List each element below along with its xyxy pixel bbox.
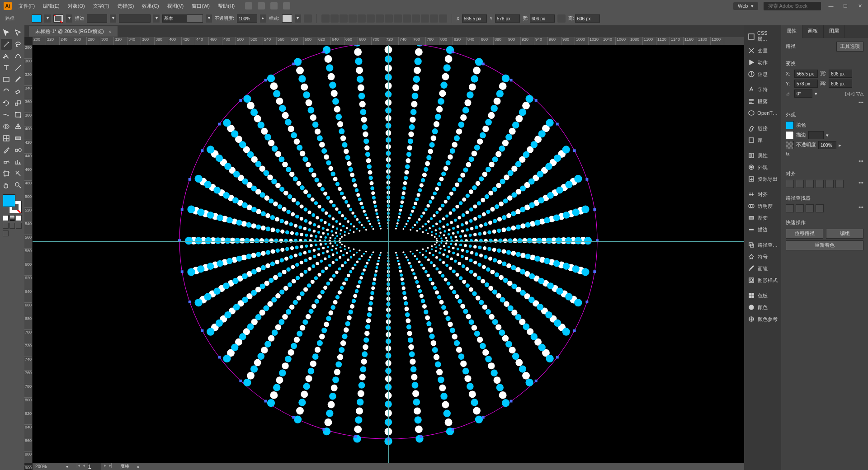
panel-stroke[interactable]: 描边 <box>744 224 781 235</box>
link-wh-icon[interactable] <box>557 14 566 23</box>
recolor-button[interactable]: 重新着色 <box>786 240 863 250</box>
slice-tool[interactable] <box>13 168 24 179</box>
panel-color[interactable]: 颜色 <box>744 301 781 313</box>
dist-h2-icon[interactable] <box>394 14 402 23</box>
stock-icon[interactable] <box>258 2 265 9</box>
fx-button[interactable]: fx. <box>786 151 791 156</box>
bridge-icon[interactable] <box>245 2 252 9</box>
hand-tool[interactable] <box>1 180 12 191</box>
props-angle[interactable] <box>794 89 812 98</box>
paintbrush-tool[interactable] <box>13 74 24 85</box>
props-y[interactable] <box>794 80 818 88</box>
menu-type[interactable]: 文字(T) <box>91 2 112 10</box>
blend-tool[interactable] <box>13 145 24 155</box>
pf-exclude-icon[interactable] <box>816 204 824 212</box>
w-input[interactable] <box>530 14 555 23</box>
shape-mode-icon[interactable] <box>439 14 447 23</box>
close-button[interactable]: ✕ <box>855 3 864 9</box>
flip-v-icon[interactable]: ▽△ <box>856 91 863 96</box>
fill-stroke-control[interactable] <box>3 194 22 213</box>
menu-object[interactable]: 对象(O) <box>66 2 87 10</box>
screen-mode-icon[interactable] <box>3 230 9 236</box>
artboard-tool[interactable] <box>1 168 12 179</box>
graphic-style[interactable] <box>282 14 292 23</box>
tool-options-button[interactable]: 工具选项 <box>836 42 863 52</box>
panel-transparency[interactable]: 透明度 <box>744 200 781 212</box>
fill-color-swatch[interactable] <box>786 121 794 129</box>
draw-inside-icon[interactable] <box>16 223 22 229</box>
props-x[interactable] <box>794 70 818 78</box>
h-input[interactable] <box>575 14 600 23</box>
draw-normal-icon[interactable] <box>3 223 9 229</box>
align-right-icon[interactable] <box>340 14 348 23</box>
panel-libraries[interactable]: 库 <box>744 134 781 146</box>
gpu-icon[interactable] <box>283 2 290 9</box>
al-l-icon[interactable] <box>786 180 794 188</box>
tab-artboards[interactable]: 画板 <box>802 25 824 38</box>
scale-tool[interactable] <box>13 98 24 108</box>
panel-asset-export[interactable]: 资源导出 <box>744 173 781 185</box>
stroke-dropdown[interactable]: ▾ <box>66 14 72 23</box>
type-tool[interactable] <box>1 62 12 73</box>
panel-gradient[interactable]: 渐变 <box>744 212 781 224</box>
group-button[interactable]: 编组 <box>826 229 863 239</box>
panel-opentype[interactable]: OpenT… <box>744 107 781 119</box>
panel-info[interactable]: 信息 <box>744 68 781 80</box>
pen-tool[interactable] <box>1 51 12 61</box>
fill-dropdown[interactable]: ▾ <box>44 14 51 23</box>
stroke-color-swatch[interactable] <box>786 131 794 139</box>
menu-window[interactable]: 窗口(W) <box>189 2 212 10</box>
pf-unite-icon[interactable] <box>786 204 794 212</box>
selection-tool[interactable] <box>1 27 12 38</box>
stroke-w[interactable] <box>808 131 824 139</box>
align-left-icon[interactable] <box>321 14 330 23</box>
eyedropper-tool[interactable] <box>1 145 12 155</box>
pf-intersect-icon[interactable] <box>806 204 814 212</box>
shape-builder-tool[interactable] <box>1 121 12 132</box>
al-b-icon[interactable] <box>835 180 844 188</box>
align-top-icon[interactable] <box>349 14 357 23</box>
draw-behind-icon[interactable] <box>9 223 15 229</box>
symbol-sprayer-tool[interactable] <box>1 156 12 167</box>
tab-properties[interactable]: 属性 <box>781 25 802 38</box>
zoom-level[interactable]: 200% <box>35 464 58 469</box>
align-bottom-icon[interactable] <box>367 14 375 23</box>
panel-brushes[interactable]: 画笔 <box>744 263 781 274</box>
flip-h-icon[interactable]: ▷|◁ <box>845 91 854 96</box>
eraser-tool[interactable] <box>13 86 24 97</box>
y-input[interactable] <box>495 14 520 23</box>
props-w[interactable] <box>829 70 852 78</box>
magic-wand-tool[interactable] <box>1 39 12 50</box>
menu-edit[interactable]: 编辑(E) <box>41 2 62 10</box>
panel-css[interactable]: CSS 属… <box>744 28 781 45</box>
artboard-nav[interactable]: |◂◂▸▸| <box>76 463 112 470</box>
panel-symbols[interactable]: 符号 <box>744 251 781 263</box>
rectangle-tool[interactable] <box>1 74 12 85</box>
guide-vertical[interactable] <box>388 45 389 463</box>
brush-profile[interactable] <box>162 14 203 23</box>
document-tab[interactable]: 未标题-1* @ 200% (RGB/预览) × <box>29 26 118 37</box>
dist-h3-icon[interactable] <box>412 14 420 23</box>
al-c-icon[interactable] <box>796 180 804 188</box>
al-m-icon[interactable] <box>826 180 834 188</box>
panel-graphic-styles[interactable]: 图形样式 <box>744 274 781 286</box>
pf-minus-icon[interactable] <box>796 204 804 212</box>
column-graph-tool[interactable] <box>13 156 24 167</box>
dist-h-icon[interactable] <box>376 14 384 23</box>
gradient-tool[interactable] <box>13 133 24 144</box>
panel-properties[interactable]: 属性 <box>744 150 781 161</box>
dist-v-icon[interactable] <box>385 14 393 23</box>
menu-view[interactable]: 视图(V) <box>165 2 186 10</box>
x-input[interactable] <box>462 14 487 23</box>
panel-pathfinder[interactable]: 路径查… <box>744 239 781 251</box>
offset-path-button[interactable]: 位移路径 <box>786 229 823 239</box>
mesh-tool[interactable] <box>1 133 12 144</box>
opacity-input[interactable] <box>237 14 257 23</box>
direct-selection-tool[interactable] <box>13 27 24 38</box>
menu-file[interactable]: 文件(F) <box>16 2 37 10</box>
panel-menu-icon[interactable]: ••• <box>786 99 863 105</box>
panel-character[interactable]: 字符 <box>744 84 781 95</box>
var-width[interactable] <box>119 14 151 23</box>
panel-actions[interactable]: 动作 <box>744 56 781 68</box>
curvature-tool[interactable] <box>13 51 24 61</box>
